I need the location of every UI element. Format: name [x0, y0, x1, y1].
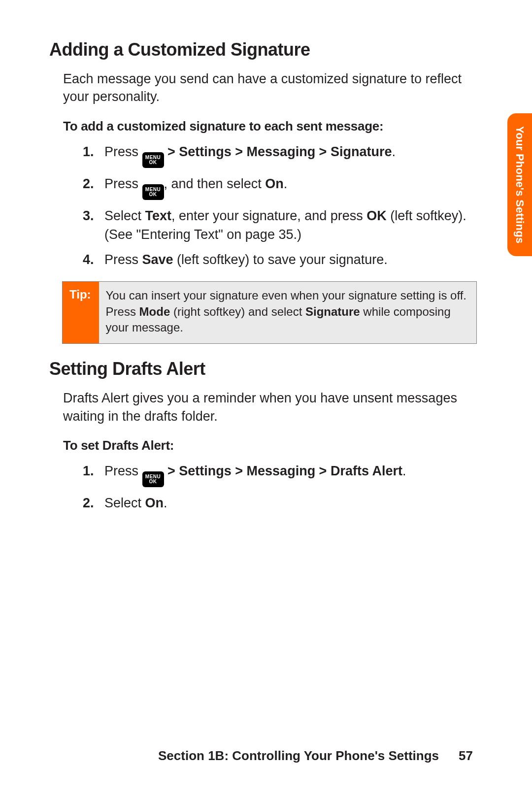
- step-1: 1. Press MENUOK > Settings > Messaging >…: [83, 462, 473, 487]
- step-2: 2. Press MENUOK, and then select On.: [83, 175, 473, 200]
- subhead-drafts: To set Drafts Alert:: [63, 438, 473, 453]
- step-3: 3. Select Text, enter your signature, an…: [83, 207, 473, 244]
- step-2: 2. Select On.: [83, 494, 473, 513]
- heading-drafts: Setting Drafts Alert: [49, 359, 473, 379]
- page-footer: Section 1B: Controlling Your Phone's Set…: [158, 748, 473, 764]
- intro-drafts: Drafts Alert gives you a reminder when y…: [63, 389, 473, 425]
- step-4: 4. Press Save (left softkey) to save you…: [83, 251, 473, 269]
- footer-section: Section 1B: Controlling Your Phone's Set…: [158, 748, 439, 763]
- steps-drafts: 1. Press MENUOK > Settings > Messaging >…: [83, 462, 473, 513]
- tip-label: Tip:: [63, 282, 99, 343]
- side-tab: Your Phone's Settings: [507, 113, 532, 256]
- menu-ok-key-icon: MENUOK: [142, 471, 164, 487]
- subhead-signature: To add a customized signature to each se…: [63, 119, 473, 134]
- heading-signature: Adding a Customized Signature: [49, 39, 473, 60]
- side-tab-label: Your Phone's Settings: [513, 126, 526, 243]
- intro-signature: Each message you send can have a customi…: [63, 70, 473, 106]
- page-number: 57: [459, 748, 473, 763]
- manual-page: Your Phone's Settings Adding a Customize…: [0, 0, 532, 798]
- step-1: 1. Press MENUOK > Settings > Messaging >…: [83, 143, 473, 168]
- tip-content: You can insert your signature even when …: [99, 282, 476, 343]
- menu-ok-key-icon: MENUOK: [142, 184, 164, 200]
- menu-ok-key-icon: MENUOK: [142, 152, 164, 168]
- steps-signature: 1. Press MENUOK > Settings > Messaging >…: [83, 143, 473, 269]
- tip-box: Tip: You can insert your signature even …: [62, 281, 477, 344]
